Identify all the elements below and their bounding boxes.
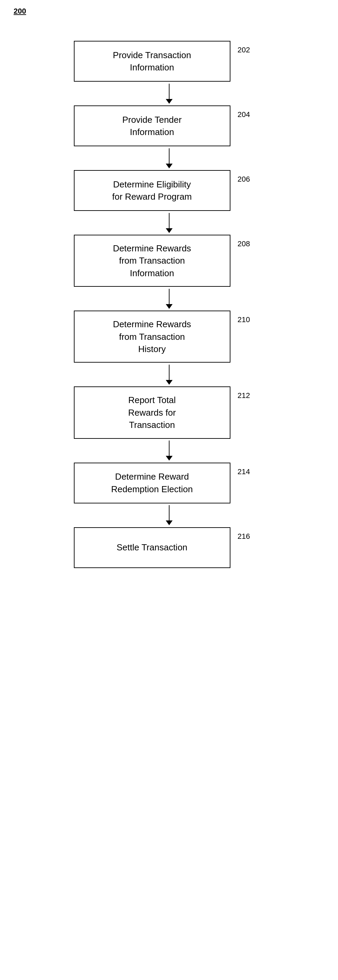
arrow-line-1 — [166, 84, 172, 104]
arrow-line-body-7 — [169, 505, 169, 520]
box-204: Provide TenderInformation 204 — [74, 105, 230, 146]
arrow-head-5 — [166, 380, 172, 385]
arrow-line-body-5 — [169, 365, 169, 380]
flow-step-206: Determine Eligibilityfor Reward Program … — [74, 170, 265, 211]
flow-step-214: Determine RewardRedemption Election 214 — [74, 463, 265, 503]
arrow-head-2 — [166, 164, 172, 169]
arrow-line-body-3 — [169, 213, 169, 228]
arrow-head-7 — [166, 520, 172, 525]
box-202: Provide TransactionInformation 202 — [74, 41, 230, 82]
step-number-214: 214 — [238, 467, 250, 477]
arrow-head-4 — [166, 304, 172, 309]
arrow-7 — [74, 503, 265, 527]
box-204-text: Provide TenderInformation — [122, 114, 182, 138]
step-number-212: 212 — [238, 390, 250, 401]
arrow-line-body-6 — [169, 441, 169, 456]
box-214-text: Determine RewardRedemption Election — [111, 471, 193, 495]
arrow-line-4 — [166, 289, 172, 309]
arrow-head-6 — [166, 456, 172, 461]
step-number-210: 210 — [238, 315, 250, 325]
step-number-216: 216 — [238, 531, 250, 542]
flow-step-204: Provide TenderInformation 204 — [74, 105, 265, 146]
step-number-202: 202 — [238, 45, 250, 56]
arrow-5 — [74, 363, 265, 387]
box-208: Determine Rewardsfrom TransactionInforma… — [74, 235, 230, 287]
step-number-206: 206 — [238, 174, 250, 185]
arrow-line-3 — [166, 213, 172, 233]
box-212: Report TotalRewards forTransaction 212 — [74, 387, 230, 439]
arrow-4 — [74, 287, 265, 310]
arrow-head-1 — [166, 99, 172, 104]
arrow-head-3 — [166, 228, 172, 233]
box-206-text: Determine Eligibilityfor Reward Program — [112, 178, 191, 203]
step-number-204: 204 — [238, 110, 250, 120]
flow-step-216: Settle Transaction 216 — [74, 527, 265, 568]
box-212-text: Report TotalRewards forTransaction — [128, 394, 175, 431]
flow-step-208: Determine Rewardsfrom TransactionInforma… — [74, 235, 265, 287]
arrow-line-5 — [166, 365, 172, 385]
box-216-text: Settle Transaction — [116, 541, 187, 554]
diagram-container: 200 Provide TransactionInformation 202 P… — [0, 0, 338, 582]
flowchart: Provide TransactionInformation 202 Provi… — [0, 14, 338, 568]
arrow-line-body-1 — [169, 84, 169, 99]
box-210: Determine Rewardsfrom TransactionHistory… — [74, 310, 230, 363]
box-216: Settle Transaction 216 — [74, 527, 230, 568]
box-206: Determine Eligibilityfor Reward Program … — [74, 170, 230, 211]
box-214: Determine RewardRedemption Election 214 — [74, 463, 230, 503]
box-202-text: Provide TransactionInformation — [113, 49, 191, 74]
arrow-line-2 — [166, 148, 172, 169]
arrow-line-6 — [166, 441, 172, 461]
arrow-6 — [74, 439, 265, 463]
flow-step-210: Determine Rewardsfrom TransactionHistory… — [74, 310, 265, 363]
box-210-text: Determine Rewardsfrom TransactionHistory — [113, 318, 191, 355]
arrow-2 — [74, 146, 265, 170]
arrow-line-7 — [166, 505, 172, 525]
step-number-208: 208 — [238, 239, 250, 249]
arrow-line-body-2 — [169, 148, 169, 164]
flow-step-202: Provide TransactionInformation 202 — [74, 41, 265, 82]
flow-step-212: Report TotalRewards forTransaction 212 — [74, 387, 265, 439]
arrow-1 — [74, 82, 265, 105]
figure-label: 200 — [14, 7, 26, 16]
box-208-text: Determine Rewardsfrom TransactionInforma… — [113, 242, 191, 279]
arrow-line-body-4 — [169, 289, 169, 304]
arrow-3 — [74, 211, 265, 235]
